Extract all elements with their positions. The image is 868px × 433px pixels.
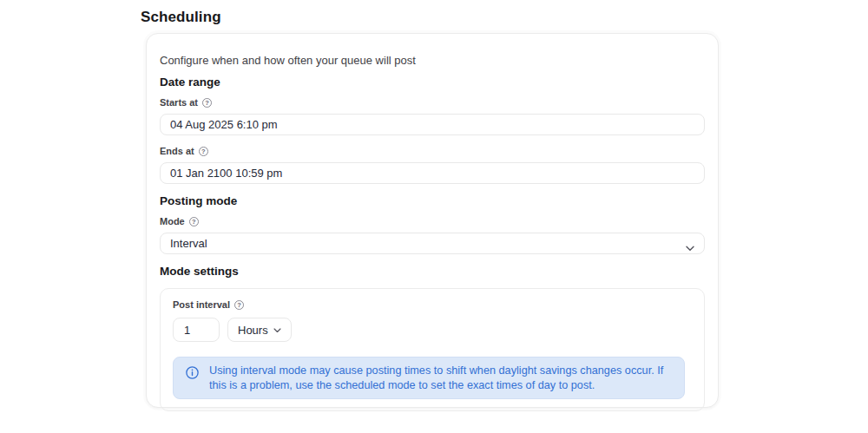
mode-label: Mode <box>160 216 185 227</box>
chevron-down-icon <box>686 241 694 254</box>
interval-unit-value: Hours <box>238 324 268 337</box>
mode-select[interactable]: Interval <box>160 233 705 254</box>
help-icon[interactable]: ? <box>199 147 208 156</box>
mode-select-value: Interval <box>170 237 207 250</box>
mode-label-row: Mode ? <box>160 216 705 227</box>
alert-text: Using interval mode may cause posting ti… <box>209 364 672 392</box>
posting-mode-heading: Posting mode <box>160 194 705 208</box>
interval-mode-alert: Using interval mode may cause posting ti… <box>173 357 685 399</box>
post-interval-row: Hours <box>173 318 692 342</box>
starts-at-label: Starts at <box>160 97 198 108</box>
starts-at-input[interactable] <box>160 114 705 135</box>
ends-at-input[interactable] <box>160 162 705 184</box>
mode-settings-heading: Mode settings <box>160 265 705 279</box>
scheduling-card: Configure when and how often your queue … <box>146 33 719 408</box>
chevron-down-icon <box>273 327 281 333</box>
help-icon[interactable]: ? <box>202 98 212 108</box>
post-interval-label: Post interval <box>173 299 230 311</box>
card-description: Configure when and how often your queue … <box>160 54 705 68</box>
help-icon[interactable]: ? <box>234 300 244 310</box>
starts-at-label-row: Starts at ? <box>160 97 705 108</box>
mode-settings-card: Post interval ? Hours <box>160 288 705 411</box>
ends-at-label: Ends at <box>160 146 194 157</box>
ends-at-label-row: Ends at ? <box>160 146 705 157</box>
help-icon[interactable]: ? <box>189 217 199 226</box>
page-title: Scheduling <box>141 9 221 26</box>
post-interval-label-row: Post interval ? <box>173 299 692 311</box>
date-range-heading: Date range <box>160 75 705 89</box>
post-interval-input[interactable] <box>173 318 220 342</box>
info-icon <box>186 366 199 383</box>
scheduling-page: Scheduling Configure when and how often … <box>0 0 868 433</box>
interval-unit-select[interactable]: Hours <box>227 318 292 342</box>
